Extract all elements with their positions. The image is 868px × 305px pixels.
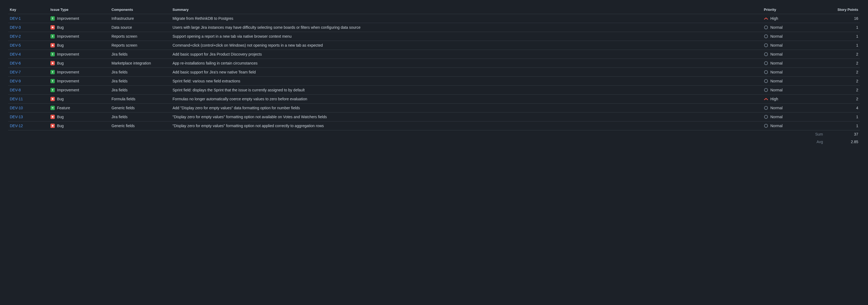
summary-cell: Migrate from RethinkDB to Postgres <box>171 14 762 23</box>
components-cell: Data source <box>110 23 171 32</box>
issue-type-label: Improvement <box>57 34 79 38</box>
summary-cell: Command+click (control+click on Windows)… <box>171 41 762 50</box>
improvement-icon <box>51 34 55 38</box>
priority-label: Normal <box>770 25 782 30</box>
summary-cell: Sprint field: various new field extracti… <box>171 77 762 86</box>
table-row: DEV-7ImprovementJira fieldsAdd basic sup… <box>8 68 860 77</box>
improvement-icon <box>51 79 55 83</box>
summary-cell: Formulas no longer automatically coerce … <box>171 95 762 104</box>
priority-normal-icon <box>764 79 768 83</box>
svg-point-4 <box>52 116 54 118</box>
table-row: DEV-10FeatureGeneric fieldsAdd "Display … <box>8 104 860 112</box>
issue-key-link[interactable]: DEV-2 <box>10 34 21 38</box>
components-cell: Generic fields <box>110 122 171 130</box>
priority-label: Normal <box>770 43 782 47</box>
story-points-cell: 1 <box>825 122 860 130</box>
summary-cell: Support opening a report in a new tab vi… <box>171 32 762 41</box>
components-cell: Reports screen <box>110 32 171 41</box>
priority-label: High <box>770 16 778 21</box>
bug-icon <box>51 25 55 30</box>
issue-type-label: Bug <box>57 97 64 101</box>
priority-normal-icon <box>764 70 768 74</box>
table-row: DEV-12BugGeneric fields"Display zero for… <box>8 122 860 130</box>
priority-normal-icon <box>764 115 768 119</box>
issue-type-label: Improvement <box>57 79 79 83</box>
issue-type-label: Bug <box>57 124 64 128</box>
priority-label: High <box>770 97 778 101</box>
summary-cell: "Display zero for empty values" formatti… <box>171 112 762 122</box>
col-header-story-points[interactable]: Story Points <box>825 5 860 14</box>
story-points-cell: 2 <box>825 50 860 59</box>
issue-key-link[interactable]: DEV-11 <box>10 97 23 101</box>
table-row: DEV-5BugReports screenCommand+click (con… <box>8 41 860 50</box>
issue-key-link[interactable]: DEV-5 <box>10 43 21 47</box>
priority-label: Normal <box>770 52 782 57</box>
col-header-summary[interactable]: Summary <box>171 5 762 14</box>
issue-key-link[interactable]: DEV-7 <box>10 70 21 74</box>
svg-point-1 <box>52 44 54 46</box>
improvement-icon <box>51 70 55 74</box>
feature-icon <box>51 106 55 110</box>
col-header-issue-type[interactable]: Issue Type <box>49 5 110 14</box>
issue-type-label: Bug <box>57 25 64 30</box>
improvement-icon <box>51 16 55 21</box>
summary-cell: "Display zero for empty values" formatti… <box>171 122 762 130</box>
issue-key-link[interactable]: DEV-12 <box>10 124 23 128</box>
components-cell: Generic fields <box>110 104 171 112</box>
issue-key-link[interactable]: DEV-4 <box>10 52 21 57</box>
issue-type-label: Improvement <box>57 52 79 57</box>
priority-normal-icon <box>764 61 768 65</box>
issue-type-label: Improvement <box>57 70 79 74</box>
bug-icon <box>51 61 55 65</box>
table-row: DEV-1ImprovementInfrastructureMigrate fr… <box>8 14 860 23</box>
issue-key-link[interactable]: DEV-13 <box>10 115 23 119</box>
table-row: DEV-2ImprovementReports screenSupport op… <box>8 32 860 41</box>
priority-high-icon <box>764 16 768 21</box>
col-header-priority[interactable]: Priority <box>762 5 825 14</box>
story-points-cell: 2 <box>825 68 860 77</box>
summary-cell: Add "Display zero for empty values" data… <box>171 104 762 112</box>
table-row: DEV-13BugJira fields"Display zero for em… <box>8 112 860 122</box>
story-points-cell: 1 <box>825 32 860 41</box>
priority-label: Normal <box>770 106 782 110</box>
issues-table: Key Issue Type Components Summary Priori… <box>8 5 860 145</box>
priority-label: Normal <box>770 79 782 83</box>
priority-label: Normal <box>770 34 782 38</box>
svg-point-3 <box>52 98 54 100</box>
improvement-icon <box>51 88 55 92</box>
issue-key-link[interactable]: DEV-9 <box>10 79 21 83</box>
components-cell: Formula fields <box>110 95 171 104</box>
issue-type-label: Improvement <box>57 88 79 92</box>
table-row: DEV-4ImprovementJira fieldsAdd basic sup… <box>8 50 860 59</box>
priority-high-icon <box>764 97 768 101</box>
issue-key-link[interactable]: DEV-3 <box>10 25 21 30</box>
story-points-cell: 2 <box>825 59 860 68</box>
avg-value: 2.85 <box>825 138 860 145</box>
story-points-cell: 1 <box>825 112 860 122</box>
issue-key-link[interactable]: DEV-6 <box>10 61 21 65</box>
components-cell: Infrastructure <box>110 14 171 23</box>
components-cell: Jira fields <box>110 112 171 122</box>
table-row: DEV-8ImprovementJira fieldsSprint field:… <box>8 86 860 95</box>
summary-cell: Users with large Jira instances may have… <box>171 23 762 32</box>
footer-avg-row: Avg 2.85 <box>8 138 860 145</box>
components-cell: Jira fields <box>110 77 171 86</box>
col-header-components[interactable]: Components <box>110 5 171 14</box>
priority-label: Normal <box>770 70 782 74</box>
components-cell: Jira fields <box>110 86 171 95</box>
bug-icon <box>51 43 55 47</box>
summary-cell: Add basic support for Jira's new native … <box>171 68 762 77</box>
svg-point-2 <box>52 62 54 64</box>
issue-key-link[interactable]: DEV-8 <box>10 88 21 92</box>
bug-icon <box>51 115 55 119</box>
priority-label: Normal <box>770 124 782 128</box>
components-cell: Jira fields <box>110 68 171 77</box>
table-row: DEV-6BugMarketplace integrationApp re-in… <box>8 59 860 68</box>
bug-icon <box>51 97 55 101</box>
issue-key-link[interactable]: DEV-1 <box>10 16 21 21</box>
col-header-key[interactable]: Key <box>8 5 49 14</box>
sum-label: Sum <box>8 130 825 138</box>
priority-normal-icon <box>764 106 768 110</box>
summary-cell: App re-installations failing in certain … <box>171 59 762 68</box>
issue-key-link[interactable]: DEV-10 <box>10 106 23 110</box>
